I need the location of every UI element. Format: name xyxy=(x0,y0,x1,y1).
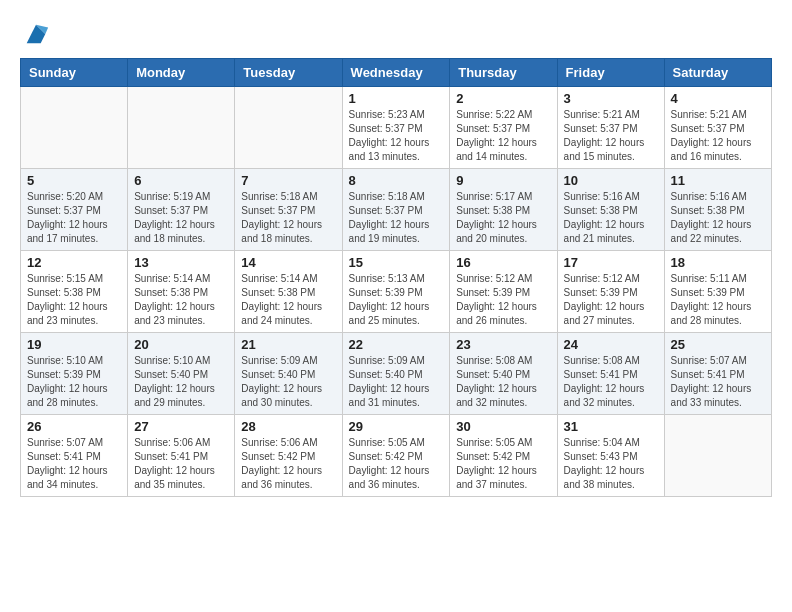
calendar-day-cell: 20Sunrise: 5:10 AM Sunset: 5:40 PM Dayli… xyxy=(128,333,235,415)
day-number: 9 xyxy=(456,173,550,188)
day-number: 8 xyxy=(349,173,444,188)
day-info: Sunrise: 5:07 AM Sunset: 5:41 PM Dayligh… xyxy=(27,436,121,492)
day-number: 28 xyxy=(241,419,335,434)
page-header xyxy=(20,20,772,48)
calendar-day-cell: 6Sunrise: 5:19 AM Sunset: 5:37 PM Daylig… xyxy=(128,169,235,251)
day-number: 13 xyxy=(134,255,228,270)
day-info: Sunrise: 5:14 AM Sunset: 5:38 PM Dayligh… xyxy=(241,272,335,328)
day-info: Sunrise: 5:12 AM Sunset: 5:39 PM Dayligh… xyxy=(564,272,658,328)
calendar-day-cell: 10Sunrise: 5:16 AM Sunset: 5:38 PM Dayli… xyxy=(557,169,664,251)
day-of-week-header: Thursday xyxy=(450,59,557,87)
day-info: Sunrise: 5:21 AM Sunset: 5:37 PM Dayligh… xyxy=(671,108,765,164)
calendar-day-cell: 2Sunrise: 5:22 AM Sunset: 5:37 PM Daylig… xyxy=(450,87,557,169)
day-number: 21 xyxy=(241,337,335,352)
day-number: 15 xyxy=(349,255,444,270)
day-number: 6 xyxy=(134,173,228,188)
calendar-day-cell: 1Sunrise: 5:23 AM Sunset: 5:37 PM Daylig… xyxy=(342,87,450,169)
calendar-day-cell: 27Sunrise: 5:06 AM Sunset: 5:41 PM Dayli… xyxy=(128,415,235,497)
calendar-day-cell: 9Sunrise: 5:17 AM Sunset: 5:38 PM Daylig… xyxy=(450,169,557,251)
day-info: Sunrise: 5:08 AM Sunset: 5:40 PM Dayligh… xyxy=(456,354,550,410)
day-number: 30 xyxy=(456,419,550,434)
day-number: 20 xyxy=(134,337,228,352)
day-number: 4 xyxy=(671,91,765,106)
day-info: Sunrise: 5:05 AM Sunset: 5:42 PM Dayligh… xyxy=(349,436,444,492)
calendar-day-cell xyxy=(21,87,128,169)
calendar-day-cell: 21Sunrise: 5:09 AM Sunset: 5:40 PM Dayli… xyxy=(235,333,342,415)
day-number: 29 xyxy=(349,419,444,434)
day-info: Sunrise: 5:04 AM Sunset: 5:43 PM Dayligh… xyxy=(564,436,658,492)
day-info: Sunrise: 5:17 AM Sunset: 5:38 PM Dayligh… xyxy=(456,190,550,246)
calendar-week-row: 5Sunrise: 5:20 AM Sunset: 5:37 PM Daylig… xyxy=(21,169,772,251)
day-info: Sunrise: 5:22 AM Sunset: 5:37 PM Dayligh… xyxy=(456,108,550,164)
calendar-week-row: 26Sunrise: 5:07 AM Sunset: 5:41 PM Dayli… xyxy=(21,415,772,497)
day-number: 22 xyxy=(349,337,444,352)
day-of-week-header: Wednesday xyxy=(342,59,450,87)
day-number: 12 xyxy=(27,255,121,270)
calendar-day-cell: 26Sunrise: 5:07 AM Sunset: 5:41 PM Dayli… xyxy=(21,415,128,497)
calendar-header-row: SundayMondayTuesdayWednesdayThursdayFrid… xyxy=(21,59,772,87)
day-number: 19 xyxy=(27,337,121,352)
calendar-day-cell: 8Sunrise: 5:18 AM Sunset: 5:37 PM Daylig… xyxy=(342,169,450,251)
day-number: 18 xyxy=(671,255,765,270)
day-info: Sunrise: 5:13 AM Sunset: 5:39 PM Dayligh… xyxy=(349,272,444,328)
day-info: Sunrise: 5:15 AM Sunset: 5:38 PM Dayligh… xyxy=(27,272,121,328)
calendar-day-cell: 3Sunrise: 5:21 AM Sunset: 5:37 PM Daylig… xyxy=(557,87,664,169)
day-info: Sunrise: 5:06 AM Sunset: 5:42 PM Dayligh… xyxy=(241,436,335,492)
day-info: Sunrise: 5:16 AM Sunset: 5:38 PM Dayligh… xyxy=(564,190,658,246)
day-info: Sunrise: 5:09 AM Sunset: 5:40 PM Dayligh… xyxy=(349,354,444,410)
day-number: 14 xyxy=(241,255,335,270)
day-of-week-header: Monday xyxy=(128,59,235,87)
day-info: Sunrise: 5:18 AM Sunset: 5:37 PM Dayligh… xyxy=(241,190,335,246)
day-info: Sunrise: 5:21 AM Sunset: 5:37 PM Dayligh… xyxy=(564,108,658,164)
day-info: Sunrise: 5:14 AM Sunset: 5:38 PM Dayligh… xyxy=(134,272,228,328)
day-info: Sunrise: 5:12 AM Sunset: 5:39 PM Dayligh… xyxy=(456,272,550,328)
calendar-day-cell: 30Sunrise: 5:05 AM Sunset: 5:42 PM Dayli… xyxy=(450,415,557,497)
day-number: 7 xyxy=(241,173,335,188)
day-of-week-header: Friday xyxy=(557,59,664,87)
calendar-day-cell: 16Sunrise: 5:12 AM Sunset: 5:39 PM Dayli… xyxy=(450,251,557,333)
day-number: 24 xyxy=(564,337,658,352)
day-of-week-header: Saturday xyxy=(664,59,771,87)
day-of-week-header: Sunday xyxy=(21,59,128,87)
day-number: 26 xyxy=(27,419,121,434)
calendar-week-row: 12Sunrise: 5:15 AM Sunset: 5:38 PM Dayli… xyxy=(21,251,772,333)
calendar-day-cell: 18Sunrise: 5:11 AM Sunset: 5:39 PM Dayli… xyxy=(664,251,771,333)
day-info: Sunrise: 5:08 AM Sunset: 5:41 PM Dayligh… xyxy=(564,354,658,410)
calendar-day-cell: 19Sunrise: 5:10 AM Sunset: 5:39 PM Dayli… xyxy=(21,333,128,415)
logo-icon xyxy=(22,20,50,48)
calendar-week-row: 1Sunrise: 5:23 AM Sunset: 5:37 PM Daylig… xyxy=(21,87,772,169)
day-info: Sunrise: 5:11 AM Sunset: 5:39 PM Dayligh… xyxy=(671,272,765,328)
day-info: Sunrise: 5:10 AM Sunset: 5:39 PM Dayligh… xyxy=(27,354,121,410)
calendar-day-cell: 29Sunrise: 5:05 AM Sunset: 5:42 PM Dayli… xyxy=(342,415,450,497)
day-number: 3 xyxy=(564,91,658,106)
day-number: 17 xyxy=(564,255,658,270)
day-number: 2 xyxy=(456,91,550,106)
calendar-day-cell xyxy=(128,87,235,169)
calendar-day-cell: 11Sunrise: 5:16 AM Sunset: 5:38 PM Dayli… xyxy=(664,169,771,251)
day-of-week-header: Tuesday xyxy=(235,59,342,87)
day-number: 1 xyxy=(349,91,444,106)
day-info: Sunrise: 5:19 AM Sunset: 5:37 PM Dayligh… xyxy=(134,190,228,246)
day-info: Sunrise: 5:18 AM Sunset: 5:37 PM Dayligh… xyxy=(349,190,444,246)
day-info: Sunrise: 5:06 AM Sunset: 5:41 PM Dayligh… xyxy=(134,436,228,492)
calendar-week-row: 19Sunrise: 5:10 AM Sunset: 5:39 PM Dayli… xyxy=(21,333,772,415)
day-number: 10 xyxy=(564,173,658,188)
day-number: 23 xyxy=(456,337,550,352)
calendar-table: SundayMondayTuesdayWednesdayThursdayFrid… xyxy=(20,58,772,497)
day-number: 11 xyxy=(671,173,765,188)
calendar-day-cell: 17Sunrise: 5:12 AM Sunset: 5:39 PM Dayli… xyxy=(557,251,664,333)
calendar-day-cell: 24Sunrise: 5:08 AM Sunset: 5:41 PM Dayli… xyxy=(557,333,664,415)
calendar-day-cell: 31Sunrise: 5:04 AM Sunset: 5:43 PM Dayli… xyxy=(557,415,664,497)
calendar-day-cell: 4Sunrise: 5:21 AM Sunset: 5:37 PM Daylig… xyxy=(664,87,771,169)
calendar-day-cell xyxy=(664,415,771,497)
calendar-day-cell: 13Sunrise: 5:14 AM Sunset: 5:38 PM Dayli… xyxy=(128,251,235,333)
calendar-day-cell: 28Sunrise: 5:06 AM Sunset: 5:42 PM Dayli… xyxy=(235,415,342,497)
calendar-day-cell: 25Sunrise: 5:07 AM Sunset: 5:41 PM Dayli… xyxy=(664,333,771,415)
day-info: Sunrise: 5:23 AM Sunset: 5:37 PM Dayligh… xyxy=(349,108,444,164)
day-info: Sunrise: 5:10 AM Sunset: 5:40 PM Dayligh… xyxy=(134,354,228,410)
day-number: 5 xyxy=(27,173,121,188)
calendar-day-cell: 23Sunrise: 5:08 AM Sunset: 5:40 PM Dayli… xyxy=(450,333,557,415)
day-info: Sunrise: 5:07 AM Sunset: 5:41 PM Dayligh… xyxy=(671,354,765,410)
day-number: 25 xyxy=(671,337,765,352)
day-number: 31 xyxy=(564,419,658,434)
